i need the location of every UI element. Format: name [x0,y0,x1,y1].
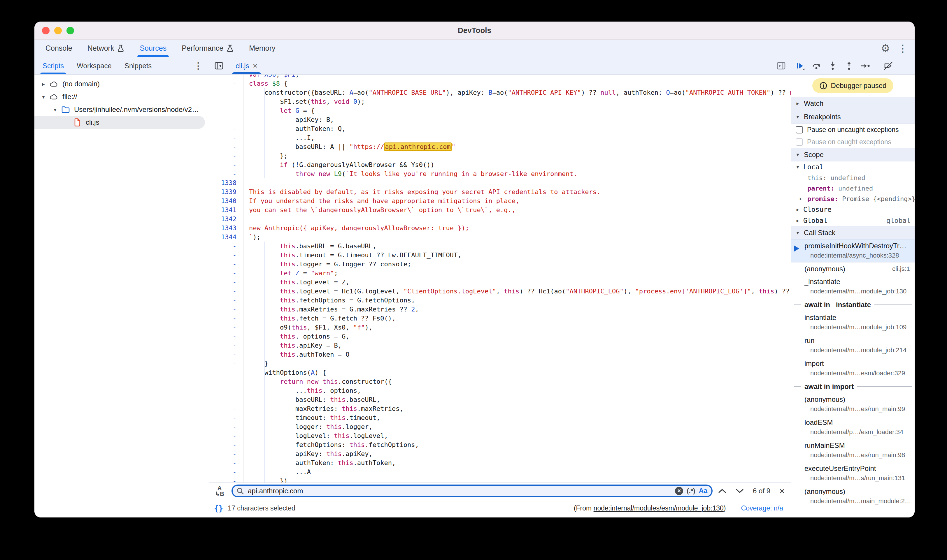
code-line[interactable]: - fetchOptions: this.fetchOptions, [209,440,791,449]
line-number-gutter[interactable]: - [209,260,244,269]
code-line-text[interactable]: this.fetchOptions = G.fetchOptions, [244,296,791,305]
line-number-gutter[interactable]: - [209,458,244,467]
breakpoints-section-header[interactable]: ▾Breakpoints [791,110,915,123]
code-line[interactable]: - $F1.set(this, void 0); [209,97,791,106]
line-number-gutter[interactable]: - [209,269,244,278]
line-number-gutter[interactable]: - [209,431,244,440]
code-line[interactable]: 1342 [209,214,791,223]
line-number-gutter[interactable]: - [209,323,244,332]
code-line-text[interactable]: } [244,359,791,368]
code-line-text[interactable] [244,178,791,187]
navigator-tab-snippets[interactable]: Snippets [118,57,158,74]
code-line-text[interactable]: baseURL: this.baseURL, [244,395,791,404]
scope-property-this[interactable]: this: undefined [791,172,915,183]
code-line-text[interactable]: apiKey: this.apiKey, [244,449,791,458]
line-number-gutter[interactable]: - [209,251,244,260]
step-over-icon[interactable] [811,61,821,71]
checkbox[interactable] [796,126,803,134]
code-line[interactable]: - this.logLevel = Z, [209,278,791,287]
line-number-gutter[interactable]: - [209,476,244,483]
disclosure-collapsed-icon[interactable]: ▸ [794,218,801,224]
code-line[interactable]: 1340If you understand the risks and have… [209,196,791,205]
line-number-gutter[interactable]: - [209,377,244,386]
line-number-gutter[interactable]: - [209,88,244,97]
code-line[interactable]: 1344`); [209,232,791,242]
code-line-text[interactable]: if (!G.dangerouslyAllowBrowser && Ys0()) [244,160,791,169]
code-line[interactable]: -class $8 { [209,79,791,88]
code-line[interactable]: - this.apiKey = B, [209,341,791,350]
code-line[interactable]: - ...I, [209,133,791,142]
callstack-frame-anonymous[interactable]: (anonymous)node:internal/m…es/run_main:9… [791,393,915,416]
code-line-text[interactable]: return new this.constructor({ [244,377,791,386]
callstack-frame-run[interactable]: runnode:internal/m…module_job:214 [791,334,915,357]
next-match-button[interactable] [735,488,744,494]
breakpoint-toggle-pause-on-caught-exceptions[interactable]: Pause on caught exceptions [791,136,915,148]
line-number-gutter[interactable]: - [209,142,244,151]
code-line[interactable]: - o9(this, $F1, Xs0, "f"), [209,323,791,332]
line-number-gutter[interactable]: - [209,350,244,359]
code-line-text[interactable]: this.baseURL = G.baseURL, [244,242,791,251]
code-line[interactable]: - let G = { [209,106,791,115]
code-line[interactable]: - this.logLevel = Hc1(G.logLevel, "Clien… [209,287,791,296]
line-number-gutter[interactable]: - [209,467,244,476]
code-line[interactable]: - withOptions(A) { [209,368,791,377]
watch-section-header[interactable]: ▸Watch [791,97,915,110]
code-line-text[interactable]: throw new L9(`It looks like you're runni… [244,169,791,178]
code-line[interactable]: - this._options = G, [209,332,791,341]
code-line-text[interactable]: new Anthropic({ apiKey, dangerouslyAllow… [244,223,791,232]
code-line-text[interactable]: you can set the \`dangerouslyAllowBrowse… [244,205,791,214]
disclosure-collapsed-icon[interactable]: ▸ [800,196,802,202]
code-line-text[interactable]: timeout: this.timeout, [244,413,791,422]
previous-match-button[interactable] [718,488,726,494]
editor-tab-clijs[interactable]: cli.js × [230,57,263,74]
close-find-bar-icon[interactable]: × [779,486,785,496]
navigator-kebab-menu-icon[interactable]: ⋮ [194,62,209,70]
scope-property-promise[interactable]: ▸promise: Promise {<pending>} [791,194,915,204]
code-line-text[interactable]: ...A [244,467,791,476]
callstack-frame-anonymous[interactable]: (anonymous)cli.js:1 [791,263,915,275]
code-line-text[interactable]: logLevel: this.logLevel, [244,431,791,440]
code-line[interactable]: - maxRetries: this.maxRetries, [209,404,791,413]
line-number-gutter[interactable]: - [209,151,244,160]
callstack-section-header[interactable]: ▾Call Stack [791,226,915,240]
code-line[interactable]: - ...A [209,467,791,476]
line-number-gutter[interactable]: - [209,422,244,431]
line-number-gutter[interactable]: - [209,278,244,287]
callstack-frame-anonymous[interactable]: (anonymous)node:internal/m…main_module:2… [791,485,915,508]
callstack-frame-promiseinithookwithdestroytr[interactable]: promiseInitHookWithDestroyTr…node:intern… [791,240,915,263]
code-line[interactable]: - ...this._options, [209,386,791,395]
tab-memory[interactable]: Memory [241,40,283,57]
line-number-gutter[interactable]: - [209,305,244,314]
code-line-text[interactable]: $F1.set(this, void 0); [244,97,791,106]
scope-property-parent[interactable]: parent: undefined [791,183,915,194]
code-line-text[interactable]: var X50, $F1; [244,75,791,79]
coverage-link[interactable]: Coverage: n/a [741,505,783,512]
code-line-text[interactable]: this.fetch = G.fetch ?? Fs0(), [244,314,791,323]
code-line-text[interactable]: authToken: this.authToken, [244,458,791,467]
line-number-gutter[interactable]: - [209,296,244,305]
tree-item-users-jinhuilee-nvm-versions-node-v2[interactable]: ▾Users/jinhuilee/.nvm/versions/node/v2… [34,103,209,116]
code-line[interactable]: 1341you can set the \`dangerouslyAllowBr… [209,205,791,214]
code-line-text[interactable]: constructor({baseURL: A=ao("ANTHROPIC_BA… [244,88,791,97]
line-number-gutter[interactable]: - [209,287,244,296]
line-number-gutter[interactable]: - [209,133,244,142]
code-line[interactable]: var X50, $F1; [209,75,791,79]
step-into-icon[interactable] [828,61,837,71]
code-line-text[interactable]: fetchOptions: this.fetchOptions, [244,440,791,449]
tree-item-cli-js[interactable]: cli.js [34,116,205,129]
regex-toggle[interactable]: (.*) [686,487,695,495]
code-line[interactable]: - }; [209,151,791,160]
code-line[interactable]: - this.fetch = G.fetch ?? Fs0(), [209,314,791,323]
close-window-button[interactable] [42,27,49,34]
line-number-gutter[interactable]: 1341 [209,205,244,214]
scope-group-closure[interactable]: ▸Closure [791,204,915,215]
code-line-text[interactable]: this.apiKey = B, [244,341,791,350]
line-number-gutter[interactable]: - [209,395,244,404]
callstack-frame-executeuserentrypoint[interactable]: executeUserEntryPointnode:internal/m…s/r… [791,462,915,485]
source-map-link[interactable]: node:internal/modules/esm/module_job:130 [594,505,724,512]
pretty-print-icon[interactable]: {} [214,504,223,513]
code-line-text[interactable]: authToken: Q, [244,124,791,133]
line-number-gutter[interactable]: - [209,404,244,413]
code-line-text[interactable]: class $8 { [244,79,791,88]
clear-search-icon[interactable]: × [675,487,683,495]
